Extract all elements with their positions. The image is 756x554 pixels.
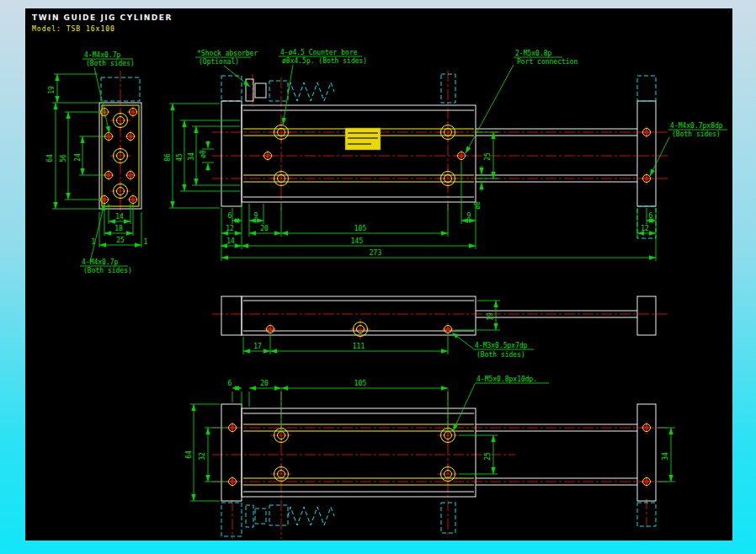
dim-front-25: 25 bbox=[484, 152, 492, 161]
annotation-end-top-tap: 4-M4x0.7p bbox=[84, 51, 121, 59]
annotation-right-tap-note: (Both sides) bbox=[672, 131, 721, 138]
spring-zigzag bbox=[288, 83, 334, 101]
dim-bottom-20: 20 bbox=[260, 380, 269, 387]
bottom-view bbox=[212, 389, 669, 539]
dim-front-12-right: 12 bbox=[641, 225, 649, 232]
annotation-port: 2-M5x0.8p bbox=[515, 50, 552, 57]
dim-end-56: 56 bbox=[60, 154, 67, 162]
bottom-view-dimensions: 6 20 105 4-M5x0.8px10dp. 64 32 25 34 bbox=[185, 376, 675, 501]
dim-end-chamfer-right: 1 bbox=[144, 238, 148, 246]
dim-front-dia8-left: ø8 bbox=[200, 150, 207, 158]
dim-bottom-105: 105 bbox=[354, 380, 367, 387]
annotation-shock-absorber: *Shock absorber bbox=[197, 50, 258, 57]
dim-side-19: 19 bbox=[487, 312, 494, 321]
dim-front-145: 145 bbox=[351, 237, 364, 245]
annotation-counter-bore: 4-ø4.5 Counter bore bbox=[280, 49, 358, 56]
dim-front-20: 20 bbox=[260, 225, 269, 232]
side-left-plate bbox=[221, 296, 242, 335]
annotation-counter-bore-note: ø8x4.5p. (Both sides) bbox=[282, 57, 367, 65]
dim-end-64: 64 bbox=[46, 154, 54, 162]
dim-front-6-left: 6 bbox=[228, 212, 232, 220]
annotation-port-note: Port connection bbox=[517, 58, 578, 66]
dim-bottom-32: 32 bbox=[199, 452, 206, 461]
nameplate-label bbox=[345, 128, 381, 150]
dim-end-24: 24 bbox=[74, 153, 82, 162]
dim-front-45: 45 bbox=[176, 153, 184, 162]
front-body bbox=[242, 105, 476, 202]
dim-bottom-64: 64 bbox=[185, 450, 193, 459]
dim-front-9-left: 9 bbox=[254, 212, 258, 220]
shock-absorber-bottom bbox=[221, 503, 334, 536]
model-number: Model: TSB 16x100 bbox=[32, 25, 115, 33]
title-block: TWIN GUIDE JIG CYLINDER Model: TSB 16x10… bbox=[32, 13, 173, 33]
dim-front-273: 273 bbox=[370, 249, 382, 257]
dim-bottom-25: 25 bbox=[484, 452, 492, 461]
dim-front-12-left: 12 bbox=[226, 225, 234, 232]
drawing-title: TWIN GUIDE JIG CYLINDER bbox=[32, 13, 173, 22]
dim-end-18: 18 bbox=[114, 225, 123, 232]
dim-front-105: 105 bbox=[354, 225, 367, 232]
end-view-dimensions: 19 64 56 24 14 18 25 1 1 bbox=[46, 74, 148, 248]
front-view bbox=[212, 71, 669, 238]
dim-side-111: 111 bbox=[353, 343, 365, 350]
dim-front-dia8-right: ø8 bbox=[474, 201, 482, 210]
dim-front-6-right: 6 bbox=[649, 212, 653, 220]
bottom-left-plate bbox=[221, 404, 242, 501]
dim-front-9-right: 9 bbox=[467, 212, 471, 220]
annotation-right-tap: 4-M4x0.7px8dp bbox=[670, 122, 723, 130]
dim-end-19: 19 bbox=[48, 86, 56, 94]
dim-side-17: 17 bbox=[253, 343, 262, 350]
dim-bottom-34: 34 bbox=[662, 452, 669, 461]
drawing-canvas: TWIN GUIDE JIG CYLINDER Model: TSB 16x10… bbox=[25, 8, 732, 541]
dim-end-14: 14 bbox=[115, 213, 124, 221]
front-right-plate bbox=[637, 101, 656, 206]
annotation-shock-absorber-note: (Optional) bbox=[199, 58, 239, 66]
dim-front-34: 34 bbox=[188, 152, 195, 161]
annotation-side-tap-note: (Both sides) bbox=[476, 351, 525, 359]
dim-front-86: 86 bbox=[164, 153, 172, 162]
annotation-end-bottom-tap: 4-M4x0.7p bbox=[82, 258, 119, 266]
dim-front-14: 14 bbox=[226, 237, 235, 245]
dim-end-25: 25 bbox=[116, 237, 125, 244]
side-view-dimensions: 17 111 19 4-M3x0.5px7dp (Both sides) bbox=[243, 301, 534, 359]
side-view bbox=[212, 296, 669, 339]
dim-bottom-6: 6 bbox=[228, 380, 232, 387]
cad-drawing: TWIN GUIDE JIG CYLINDER Model: TSB 16x10… bbox=[25, 8, 732, 541]
annotation-side-tap: 4-M3x0.5px7dp bbox=[475, 342, 528, 349]
annotation-end-bottom-tap-note: (Both sides) bbox=[83, 267, 132, 274]
annotation-end-top-tap-note: (Both sides) bbox=[86, 60, 135, 67]
bottom-body bbox=[242, 408, 476, 497]
end-view-annotations: 4-M4x0.7p (Both sides) 4-M4x0.7p (Both s… bbox=[80, 51, 135, 274]
side-right-plate bbox=[637, 296, 656, 335]
annotation-bottom-tap: 4-M5x0.8px10dp. bbox=[476, 376, 537, 383]
end-view bbox=[98, 71, 141, 221]
front-left-plate bbox=[221, 101, 242, 206]
